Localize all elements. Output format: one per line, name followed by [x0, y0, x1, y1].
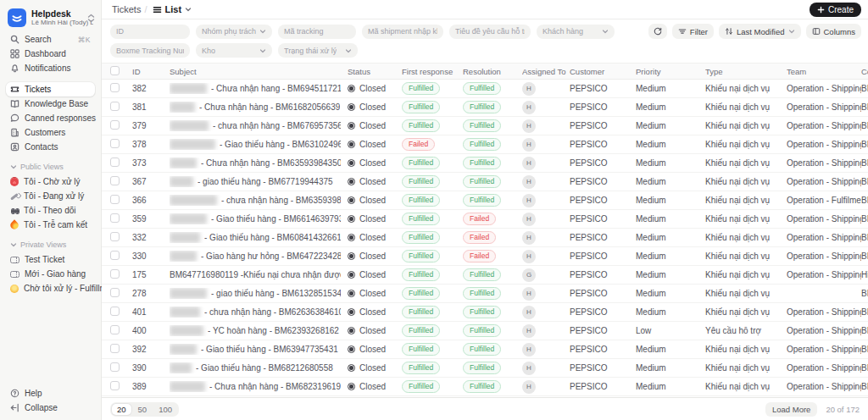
public-views-header[interactable]: Public Views — [6, 159, 95, 174]
filter-select[interactable]: Khách hàng — [537, 25, 615, 39]
table-row[interactable]: 278 - giao thiếu hàng - BM613285153468 C… — [102, 285, 868, 303]
row-checkbox[interactable] — [110, 158, 120, 167]
filter-input[interactable] — [110, 25, 190, 39]
ticket-subject[interactable]: - YC hoàn hàng - BM62393268162 — [170, 325, 348, 336]
filter-input[interactable] — [278, 25, 356, 39]
columns-button[interactable]: Columns — [806, 24, 862, 39]
ticket-subject[interactable]: - Giao thiếu hàng - BM60841432661 — [170, 232, 348, 243]
sidebar-view-item[interactable]: Test Ticket — [6, 252, 95, 267]
ticket-subject[interactable]: - Chưa nhận hàng - BM682319619663 — [170, 381, 348, 392]
sidebar-item-collapse[interactable]: Collapse — [6, 401, 95, 415]
table-row[interactable]: 330 - Giao hàng hư hỏng - BM64722342870 … — [102, 247, 868, 266]
table-row[interactable]: 332 - Giao thiếu hàng - BM60841432661 Cl… — [102, 229, 868, 247]
ticket-subject[interactable]: - Giao thiếu hàng - BM631024966246 — [170, 139, 348, 150]
ticket-subject[interactable]: - Chưa nhận hang - BM694511721527 — [170, 83, 348, 94]
load-more-button[interactable]: Load More — [765, 402, 817, 417]
ticket-subject[interactable]: - Giao hàng hư hỏng - BM64722342870 — [170, 251, 348, 262]
row-checkbox[interactable] — [110, 325, 120, 334]
table-row[interactable]: 392 - Giao thiếu hàng - BM63947735431 Cl… — [102, 340, 868, 359]
column-header-assigned-to[interactable]: Assigned To — [522, 67, 570, 76]
table-row[interactable]: 359 - Giao thiếu hàng - BM66146397934 Cl… — [102, 210, 868, 229]
table-row[interactable]: 400 - YC hoàn hàng - BM62393268162 Close… — [102, 322, 868, 340]
view-switcher[interactable]: List — [153, 4, 192, 14]
filter-input[interactable] — [362, 25, 443, 39]
sidebar-item-contacts[interactable]: Contacts — [6, 140, 95, 154]
column-header-customer[interactable]: Customer — [570, 67, 636, 76]
workspace-switcher[interactable]: Helpdesk Lê Minh Hải (Tody) Lê — [6, 7, 95, 32]
ticket-subject[interactable]: - chưa nhận hàng - BM67695735610 — [170, 120, 348, 131]
table-row[interactable]: 373 - Chưa nhận hàng - BM63593984350 Clo… — [102, 154, 868, 173]
table-row[interactable]: 367 - giao thiếu hàng - BM67719944375 Cl… — [102, 173, 868, 191]
ticket-subject[interactable]: - Chưa nhận hàng - BM61682056639 — [170, 102, 348, 113]
sidebar-item-canned-responses[interactable]: Canned responses — [6, 111, 95, 125]
refresh-button[interactable] — [648, 24, 667, 39]
ticket-subject[interactable]: - Giao thiếu hàng - BM68212680558 — [170, 362, 348, 373]
ticket-subject[interactable]: - giao thiếu hàng - BM67719944375 — [170, 176, 348, 187]
column-header-clipped[interactable]: Co — [861, 67, 868, 76]
filter-button[interactable]: Filter — [672, 24, 714, 39]
table-row[interactable]: 366 - chưa nhận hàng - BM63593984350 Clo… — [102, 191, 868, 210]
filter-input[interactable] — [110, 43, 190, 58]
table-row[interactable]: 389 - Chưa nhận hàng - BM682319619663 Cl… — [102, 378, 868, 396]
table-row[interactable]: 175 BM647716980119 -Khiếu nại chưa nhận … — [102, 266, 868, 285]
sidebar-item-search[interactable]: Search ⌘K — [6, 32, 95, 47]
row-checkbox[interactable] — [110, 269, 120, 279]
row-checkbox[interactable] — [110, 251, 120, 260]
sidebar-item-dashboard[interactable]: Dashboard — [6, 47, 95, 61]
filter-select[interactable]: Nhóm phụ trách — [196, 25, 272, 39]
page-size-20[interactable]: 20 — [112, 404, 131, 415]
row-checkbox[interactable] — [110, 307, 120, 316]
column-header-subject[interactable]: Subject — [170, 67, 348, 76]
ticket-subject[interactable]: BM647716980119 -Khiếu nại chưa nhận được… — [170, 270, 348, 279]
filter-select[interactable]: Kho — [196, 43, 272, 58]
ticket-subject[interactable]: - Giao thiếu hàng - BM66146397934 — [170, 213, 348, 224]
table-row[interactable]: 390 - Giao thiếu hàng - BM68212680558 Cl… — [102, 359, 868, 378]
sidebar-view-item[interactable]: Mới - Giao hàng — [6, 267, 95, 281]
row-checkbox[interactable] — [110, 288, 120, 297]
sidebar-view-item[interactable]: Chờ tôi xử lý - Fulfillment — [6, 281, 95, 296]
select-all-checkbox[interactable] — [110, 66, 120, 75]
sidebar-item-knowledge-base[interactable]: Knowledge Base — [6, 97, 95, 111]
sort-button[interactable]: Last Modified — [719, 24, 801, 39]
row-checkbox[interactable] — [110, 213, 120, 223]
table-row[interactable]: 401 - chưa nhận hàng - BM626363846106 Cl… — [102, 303, 868, 322]
sidebar-item-notifications[interactable]: Notifications — [6, 61, 95, 75]
ticket-subject[interactable]: - Giao thiếu hàng - BM63947735431 — [170, 344, 348, 355]
row-checkbox[interactable] — [110, 381, 120, 390]
page-size-100[interactable]: 100 — [153, 404, 177, 415]
table-row[interactable]: 379 - chưa nhận hàng - BM67695735610 Clo… — [102, 117, 868, 135]
column-header-priority[interactable]: Priority — [636, 67, 705, 76]
column-header-team[interactable]: Team — [787, 67, 861, 76]
row-checkbox[interactable] — [110, 102, 120, 111]
sidebar-view-item[interactable]: Tôi - Trễ cam kết — [6, 218, 95, 232]
sidebar-view-item[interactable]: Tôi - Theo dõi — [6, 203, 95, 218]
sidebar-view-item[interactable]: Tôi - Chờ xử lý — [6, 174, 95, 189]
row-checkbox[interactable] — [110, 176, 120, 185]
column-header-status[interactable]: Status — [348, 67, 402, 76]
filter-select[interactable]: Trạng thái xử lý — [278, 43, 358, 58]
sidebar-item-help[interactable]: Help — [6, 386, 95, 401]
table-row[interactable]: 378 - Giao thiếu hàng - BM631024966246 C… — [102, 135, 868, 154]
column-header-id[interactable]: ID — [132, 67, 170, 76]
page-size-50[interactable]: 50 — [133, 404, 153, 415]
sidebar-item-customers[interactable]: Customers — [6, 125, 95, 140]
ticket-subject[interactable]: - chưa nhận hàng - BM626363846106 — [170, 307, 348, 318]
column-header-first-response[interactable]: First response — [402, 67, 463, 76]
sidebar-view-item[interactable]: Tôi - Đang xử lý — [6, 189, 95, 203]
ticket-subject[interactable]: - Chưa nhận hàng - BM63593984350 — [170, 158, 348, 169]
table-row[interactable]: 382 - Chưa nhận hang - BM694511721527 Cl… — [102, 80, 868, 98]
row-checkbox[interactable] — [110, 83, 120, 92]
create-button[interactable]: Create — [810, 3, 861, 17]
ticket-subject[interactable]: - giao thiếu hàng - BM613285153468 — [170, 288, 348, 299]
column-header-type[interactable]: Type — [705, 67, 787, 76]
row-checkbox[interactable] — [110, 195, 120, 204]
sidebar-item-tickets[interactable]: Tickets — [6, 82, 95, 97]
table-row[interactable]: 381 - Chưa nhận hàng - BM61682056639 Clo… — [102, 98, 868, 117]
private-views-header[interactable]: Private Views — [6, 237, 95, 252]
row-checkbox[interactable] — [110, 232, 120, 241]
row-checkbox[interactable] — [110, 344, 120, 353]
row-checkbox[interactable] — [110, 139, 120, 148]
row-checkbox[interactable] — [110, 120, 120, 130]
breadcrumb[interactable]: Tickets — [112, 4, 141, 14]
filter-input[interactable] — [449, 25, 531, 39]
